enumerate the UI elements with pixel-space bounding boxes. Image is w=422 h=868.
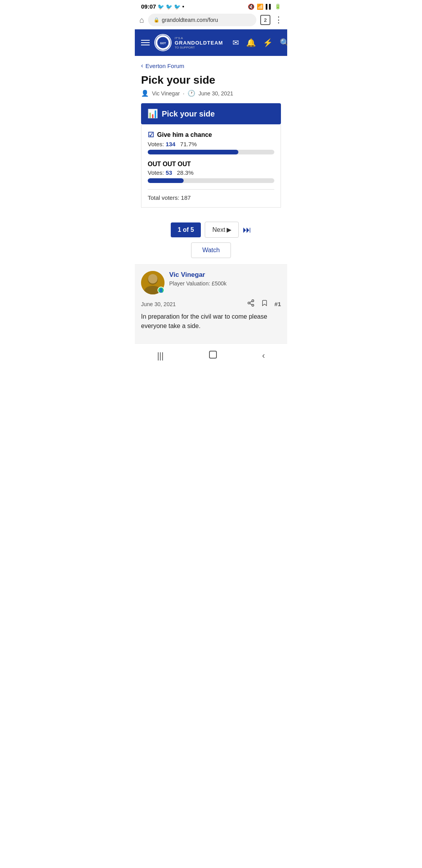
option1-label: Give him a chance [157,131,212,138]
option2-label-row: OUT OUT OUT [148,161,274,168]
lock-icon: 🔒 [154,17,159,23]
option2-label: OUT OUT OUT [148,161,191,168]
comment-actions: #1 [247,299,281,309]
nav-header: GOT IT'S A GRANDOLDTEAM TO SUPPORT ✉ 🔔 ⚡… [135,29,287,56]
battery-icon: 🔋 [275,4,281,9]
next-label: Next [212,226,225,233]
site-name-area: IT'S A GRANDOLDTEAM TO SUPPORT [175,36,223,49]
watch-row: Watch [191,242,231,258]
poll-option-1: ☑ Give him a chance Votes: 134 71.7% [148,131,274,154]
lightning-icon[interactable]: ⚡ [263,38,273,47]
share-icon[interactable] [247,299,255,309]
url-bar[interactable]: 🔒 grandoldteam.com/foru [148,14,256,26]
comment-text: In preparation for the civil war to come… [141,312,281,337]
hamburger-menu[interactable] [141,40,150,45]
pagination-area: 1 of 5 Next ▶ ⏭ Watch [135,214,287,265]
svg-point-8 [148,274,157,283]
meta-dot: · [183,90,184,97]
post-meta: 👤 Vic Vinegar · 🕐 June 30, 2021 [141,90,281,97]
mail-icon[interactable]: ✉ [232,38,239,47]
logo-area: GOT IT'S A GRANDOLDTEAM TO SUPPORT [154,34,223,51]
poll-title: Pick your side [162,109,215,118]
status-right: 🔇 📶 ▌▌ 🔋 [248,4,281,10]
browser-home-icon[interactable]: ⌂ [139,16,144,25]
breadcrumb-arrow: ‹ [141,62,143,69]
page-indicator-button[interactable]: 1 of 5 [171,222,201,237]
site-support: TO SUPPORT [175,46,223,49]
back-button[interactable]: ‹ [254,349,273,362]
option1-progress-fill [148,150,238,154]
option1-progress-bg [148,150,274,154]
option2-progress-fill [148,178,184,183]
wifi-icon: 📶 [257,4,263,10]
twitter-icon-3: 🐦 [174,4,181,10]
twitter-icon-1: 🐦 [157,4,164,10]
svg-point-10 [248,302,250,304]
comment-section: 👤 Vic Vinegar Player Valuation: £500k Ju… [135,265,287,343]
poll-widget-header: 📊 Pick your side [141,103,281,124]
check-icon-1: ☑ [148,131,154,139]
watch-button[interactable]: Watch [191,242,231,258]
comment-author-info: Vic Vinegar Player Valuation: £500k [169,271,281,287]
dot-indicator: • [182,4,184,10]
option2-vote-count: 53 [166,169,172,176]
svg-point-11 [252,304,254,306]
svg-line-12 [250,303,252,305]
mute-icon: 🔇 [248,4,254,10]
option2-percentage: 28.3% [177,169,194,176]
comment-author-name[interactable]: Vic Vinegar [169,271,281,279]
option1-label-row: ☑ Give him a chance [148,131,274,139]
comment-date: June 30, 2021 [141,301,176,307]
signal-icon: ▌▌ [266,4,272,9]
bell-icon[interactable]: 🔔 [246,38,256,47]
status-bar: 09:07 🐦 🐦 🐦 • 🔇 📶 ▌▌ 🔋 [135,0,287,11]
svg-point-9 [252,300,254,302]
pagination-row: 1 of 5 Next ▶ ⏭ [171,222,252,238]
search-icon[interactable]: 🔍 [280,38,287,47]
comment-avatar-wrap: 👤 [141,271,165,294]
bookmark-icon[interactable] [261,299,268,309]
browser-bar: ⌂ 🔒 grandoldteam.com/foru 2 ⋮ [135,11,287,29]
next-arrow-icon: ▶ [227,226,231,233]
status-left: 09:07 🐦 🐦 🐦 • [141,3,184,10]
votes-label-2: Votes: [148,169,166,176]
more-options-icon[interactable]: ⋮ [274,15,283,25]
poll-bar-icon: 📊 [147,109,158,119]
svg-text:GOT: GOT [160,42,166,45]
online-badge: 👤 [157,287,165,294]
site-logo-svg: GOT [157,36,169,49]
option1-vote-count: 134 [166,141,175,147]
online-icon: 👤 [159,288,163,292]
tab-count[interactable]: 2 [260,15,270,25]
option2-progress-bg [148,178,274,183]
comment-valuation: Player Valuation: £500k [169,280,281,287]
post-date: June 30, 2021 [198,90,233,97]
skip-to-end-button[interactable]: ⏭ [243,225,251,235]
nav-icons: ✉ 🔔 ⚡ 🔍 [232,38,287,47]
main-content: ‹ Everton Forum Pick your side 👤 Vic Vin… [135,56,287,214]
option1-votes-row: Votes: 134 71.7% [148,141,274,147]
logo-inner: GOT [156,35,170,50]
site-name: GRANDOLDTEAM [175,40,223,46]
poll-body: ☑ Give him a chance Votes: 134 71.7% OUT… [141,124,281,208]
author-icon: 👤 [141,90,149,97]
option2-votes-row: Votes: 53 28.3% [148,169,274,176]
clock-icon: 🕐 [188,90,195,97]
recent-apps-button[interactable]: ||| [149,349,172,362]
home-button[interactable] [200,348,225,363]
svg-line-13 [250,301,252,302]
twitter-icon-2: 🐦 [166,4,172,10]
skip-icon: ⏭ [243,225,251,235]
breadcrumb[interactable]: ‹ Everton Forum [141,62,281,69]
post-number: #1 [274,301,281,307]
status-time: 09:07 [141,3,156,10]
total-voters: Total voters: 187 [148,194,274,201]
post-title: Pick your side [141,74,281,86]
next-button[interactable]: Next ▶ [205,222,239,238]
system-nav-bar: ||| ‹ [135,343,287,366]
post-author: Vic Vinegar [152,90,180,97]
breadcrumb-parent: Everton Forum [145,63,184,69]
option1-percentage: 71.7% [180,141,197,147]
logo-circle: GOT [154,34,172,51]
poll-divider [148,189,274,190]
